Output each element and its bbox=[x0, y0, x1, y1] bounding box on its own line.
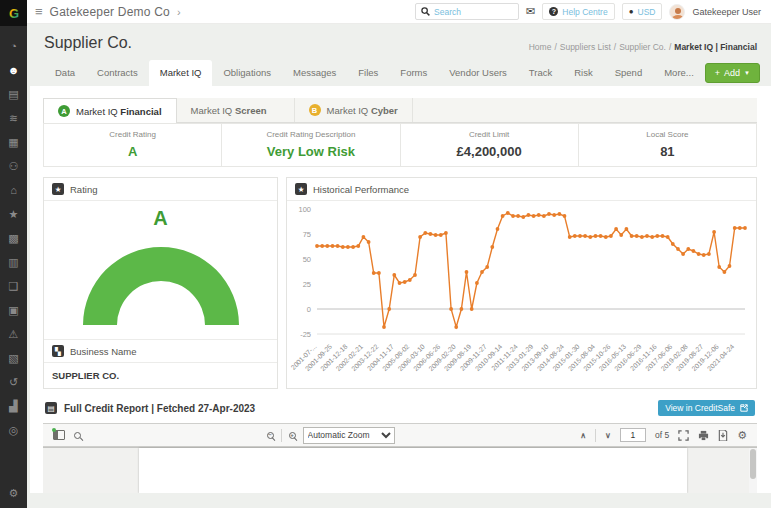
help-centre-button[interactable]: ? Help Centre bbox=[542, 3, 614, 20]
metric-value: 81 bbox=[579, 144, 756, 159]
page-number-input[interactable] bbox=[620, 428, 646, 442]
sidebar-icon-list: ◔☻▤≋▦⚇⌂★▩▥❑▣⚠▧↺▟◎⚙ bbox=[0, 26, 27, 508]
dashboard-icon[interactable]: ◔ bbox=[0, 40, 27, 53]
add-button-label: Add bbox=[724, 68, 740, 78]
subtab-cyber[interactable]: BMarket IQ Cyber bbox=[295, 98, 413, 122]
search-input[interactable] bbox=[434, 7, 504, 17]
legal-icon[interactable]: ⌂ bbox=[0, 184, 27, 197]
scrollbar-thumb[interactable] bbox=[750, 449, 756, 479]
history-icon[interactable]: ↺ bbox=[0, 376, 27, 389]
avatar[interactable] bbox=[669, 4, 685, 20]
tab-track[interactable]: Track bbox=[518, 60, 563, 86]
tab-market-iq[interactable]: Market IQ bbox=[149, 60, 213, 86]
chevron-right-icon: › bbox=[177, 6, 181, 18]
tab-files[interactable]: Files bbox=[347, 60, 389, 86]
previous-page-icon[interactable]: ∧ bbox=[580, 431, 586, 440]
gatekeeper-logo-g: G bbox=[6, 5, 22, 21]
tab-more[interactable]: More... bbox=[653, 60, 705, 86]
tab-risk[interactable]: Risk bbox=[563, 60, 603, 86]
compass-icon[interactable]: ◎ bbox=[0, 424, 27, 437]
view-in-creditsafe-label: View in CreditSafe bbox=[665, 403, 735, 413]
breadcrumb-separator: / bbox=[554, 42, 556, 52]
metric-local-score: Local Score81 bbox=[579, 124, 756, 166]
settings-icon[interactable]: ⚙ bbox=[0, 487, 27, 500]
modules-icon[interactable]: ▦ bbox=[0, 136, 27, 149]
gatekeeper-logo[interactable]: G bbox=[0, 0, 27, 26]
risk-icon[interactable]: ⚠ bbox=[0, 328, 27, 341]
toolbar-divider bbox=[281, 429, 282, 442]
tab-obligations[interactable]: Obligations bbox=[212, 60, 282, 86]
rating-panel: ★ Rating A ▚ Business Name SUPPLIER CO. bbox=[43, 177, 278, 389]
next-page-icon[interactable]: ∨ bbox=[605, 431, 611, 440]
tab-messages[interactable]: Messages bbox=[282, 60, 347, 86]
rating-gauge bbox=[44, 230, 277, 339]
help-centre-label: Help Centre bbox=[562, 7, 607, 17]
contracts-icon[interactable]: ▤ bbox=[0, 88, 27, 101]
print-icon[interactable] bbox=[698, 430, 709, 441]
breadcrumb-home[interactable]: Home bbox=[529, 42, 552, 52]
view-in-creditsafe-button[interactable]: View in CreditSafe bbox=[658, 400, 755, 416]
tab-contracts[interactable]: Contracts bbox=[86, 60, 149, 86]
subtab-financial[interactable]: AMarket IQ Financial bbox=[43, 98, 177, 123]
page-title: Supplier Co. bbox=[44, 34, 132, 52]
layers-icon[interactable]: ≋ bbox=[0, 112, 27, 125]
tab-data[interactable]: Data bbox=[44, 60, 86, 86]
content-area: Supplier Co. Home/Suppliers List/Supplie… bbox=[27, 24, 771, 493]
add-button[interactable]: + Add ▼ bbox=[705, 63, 760, 83]
svg-text:50: 50 bbox=[303, 255, 311, 264]
subtab-label: Market IQ Financial bbox=[76, 106, 162, 117]
pdf-viewer[interactable] bbox=[43, 447, 757, 493]
grade-badge: A bbox=[58, 105, 70, 117]
reports-icon[interactable]: ▥ bbox=[0, 256, 27, 269]
pdf-scrollbar[interactable] bbox=[749, 448, 757, 493]
svg-text:100: 100 bbox=[298, 205, 311, 214]
coins-icon: ● bbox=[629, 7, 634, 16]
metric-value: £4,200,000 bbox=[401, 144, 578, 159]
currency-button[interactable]: ● USD bbox=[622, 3, 663, 20]
breadcrumb-current: Market IQ | Financial bbox=[674, 42, 757, 52]
tab-forms[interactable]: Forms bbox=[389, 60, 438, 86]
download-icon[interactable] bbox=[718, 430, 728, 441]
forms-icon[interactable]: ▧ bbox=[0, 352, 27, 365]
matrix-icon[interactable]: ▩ bbox=[0, 232, 27, 245]
tab-vendor-users[interactable]: Vendor Users bbox=[438, 60, 518, 86]
tab-spend[interactable]: Spend bbox=[604, 60, 653, 86]
subtab-screen[interactable]: Market IQ Screen bbox=[177, 98, 295, 122]
suppliers-icon[interactable]: ☻ bbox=[0, 64, 27, 77]
svg-text:0: 0 bbox=[307, 305, 311, 314]
zoom-out-icon[interactable]: − bbox=[267, 432, 274, 439]
breadcrumb: Home/Suppliers List/Supplier Co./Market … bbox=[529, 42, 757, 52]
pdf-file-icon: ▤ bbox=[45, 402, 57, 414]
zoom-in-icon[interactable]: + bbox=[289, 432, 296, 439]
sidebar-nav: G ◔☻▤≋▦⚇⌂★▩▥❑▣⚠▧↺▟◎⚙ bbox=[0, 0, 27, 508]
business-name-value: SUPPLIER CO. bbox=[44, 363, 277, 388]
star-clock-icon: ★ bbox=[295, 183, 307, 195]
hamburger-menu-icon[interactable]: ≡ bbox=[35, 4, 43, 19]
help-icon: ? bbox=[549, 7, 558, 16]
subtab-label: Market IQ Screen bbox=[191, 105, 267, 116]
presentation-mode-icon[interactable] bbox=[678, 430, 689, 441]
company-name[interactable]: Gatekeeper Demo Co bbox=[50, 5, 170, 19]
files-icon[interactable]: ❑ bbox=[0, 280, 27, 293]
zoom-select[interactable]: Automatic Zoom bbox=[303, 427, 395, 444]
metric-value: A bbox=[44, 144, 221, 159]
subtab-bar: AMarket IQ FinancialMarket IQ ScreenBMar… bbox=[43, 98, 757, 123]
credit-metrics-row: Credit RatingACredit Rating DescriptionV… bbox=[43, 123, 757, 167]
metric-credit-limit: Credit Limit£4,200,000 bbox=[401, 124, 579, 166]
page-count-label: of 5 bbox=[655, 430, 669, 440]
analytics-icon[interactable]: ▟ bbox=[0, 400, 27, 413]
metric-value: Very Low Risk bbox=[222, 144, 399, 159]
find-in-document-icon[interactable] bbox=[74, 432, 81, 439]
toggle-sidebar-icon[interactable] bbox=[53, 430, 65, 440]
historical-performance-panel: ★ Historical Performance 1007550250-2520… bbox=[286, 177, 757, 389]
mail-icon[interactable]: ✉ bbox=[526, 5, 535, 18]
breadcrumb-suppliers-list[interactable]: Suppliers List bbox=[560, 42, 611, 52]
ratings-icon[interactable]: ★ bbox=[0, 208, 27, 221]
pdf-toolbar: − + Automatic Zoom ∧ ∨ of 5 bbox=[43, 423, 757, 447]
calendar-icon[interactable]: ▣ bbox=[0, 304, 27, 317]
historical-performance-title: Historical Performance bbox=[313, 184, 409, 195]
breadcrumb-supplier[interactable]: Supplier Co. bbox=[619, 42, 666, 52]
search-box bbox=[415, 3, 519, 20]
tools-menu-icon[interactable]: ⚙ bbox=[737, 430, 747, 441]
teams-icon[interactable]: ⚇ bbox=[0, 160, 27, 173]
